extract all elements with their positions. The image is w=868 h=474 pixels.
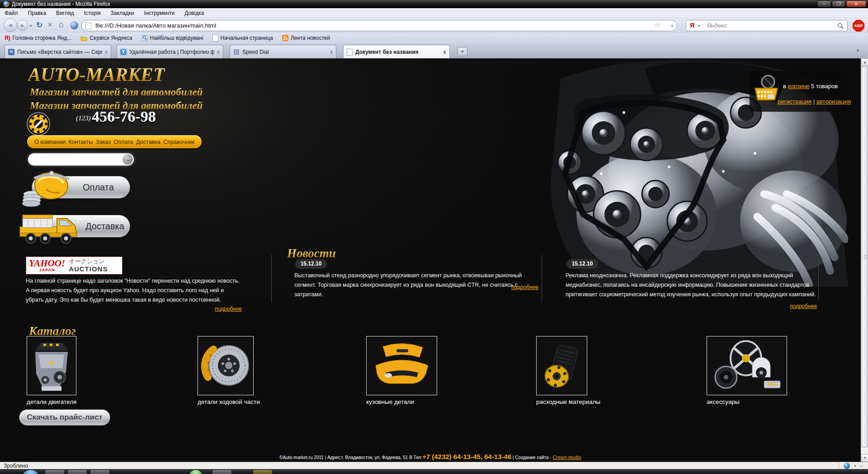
scroll-up-button[interactable]: ▲ <box>861 58 868 66</box>
resize-grip-icon[interactable]: – <box>859 463 863 469</box>
blank-page-icon <box>212 34 218 42</box>
bookmark-start-page[interactable]: Начальная страница <box>212 34 273 42</box>
creart-studio-link[interactable]: Creart-studio <box>552 455 581 460</box>
plugin-icon[interactable] <box>844 463 850 469</box>
catalog-label[interactable]: аксессуары <box>707 398 740 405</box>
bookmark-most-visited[interactable]: Найбільш відвідувані <box>142 35 203 41</box>
catalog-item-accessories[interactable] <box>707 336 787 395</box>
cart-separator: | <box>813 98 815 105</box>
taskbar-icon[interactable] <box>189 470 203 474</box>
tab-current-document[interactable]: Документ без названияx <box>343 45 450 58</box>
back-button[interactable]: ◄ <box>4 19 17 32</box>
taskbar-icon[interactable] <box>253 470 272 474</box>
basket-icon[interactable] <box>753 75 779 104</box>
menu-history[interactable]: Історія <box>84 10 100 16</box>
menu-tools[interactable]: Інструменти <box>144 10 175 16</box>
tab-mail[interactable]: ✉ Письмо «Верстка сайтов» — Серг...x <box>5 45 111 58</box>
catalog-item-consumables[interactable] <box>536 336 587 395</box>
windows-taskbar[interactable] <box>0 469 868 474</box>
bumper-image <box>370 339 434 393</box>
folder-icon <box>80 35 87 41</box>
nav-about[interactable]: О компании <box>34 139 66 145</box>
new-tab-button[interactable]: + <box>458 47 467 56</box>
menu-help[interactable]: Довідка <box>184 10 204 16</box>
register-link[interactable]: регистрация <box>778 98 811 105</box>
news-item-2-more-link[interactable]: подробнее <box>511 284 538 290</box>
url-dropdown-icon[interactable]: ▾ <box>671 24 673 28</box>
footer-phone: +7 (4232) 64-13-45, 64-13-46 <box>422 453 511 460</box>
forward-button[interactable]: ► <box>17 20 28 31</box>
scrollbar-thumb[interactable] <box>862 66 868 447</box>
search-placeholder[interactable]: Яндекс <box>707 22 726 29</box>
tab-close-icon[interactable]: x <box>217 49 220 55</box>
truck-icon <box>17 209 81 245</box>
menu-bookmarks[interactable]: Закладки <box>111 10 134 16</box>
minimize-button[interactable]: ─ <box>817 0 831 7</box>
nav-contacts[interactable]: Контакты <box>69 139 93 145</box>
status-text: Зроблено <box>4 463 28 469</box>
login-link[interactable]: авторизация <box>816 98 851 105</box>
bookmark-yandex-services[interactable]: Сервіси Яндекса <box>80 35 132 41</box>
home-button[interactable]: ⌂ <box>59 20 64 29</box>
bookmark-news-feed[interactable]: Лента новостей <box>282 35 330 41</box>
taskbar-icon[interactable] <box>212 470 231 474</box>
list-all-tabs-button[interactable]: ▼ <box>856 48 860 53</box>
taskbar-icon[interactable] <box>90 470 109 474</box>
search-engine-dropdown-icon[interactable]: ▾ <box>698 24 700 28</box>
nav-payment[interactable]: Оплата <box>113 139 133 145</box>
brake-disc-image <box>201 339 250 393</box>
cart-link[interactable]: корзине <box>788 83 810 90</box>
site-search-input[interactable]: → <box>28 153 134 166</box>
mail-favicon: ✉ <box>8 49 14 55</box>
url-bar[interactable]: file:///D:/Новая папка/Авто магазин/main… <box>81 20 677 31</box>
menu-edit[interactable]: Правка <box>28 10 47 16</box>
catalog-item-engine[interactable] <box>27 336 76 395</box>
globe-button[interactable] <box>70 21 78 29</box>
nav-reference[interactable]: Справочник <box>163 139 194 145</box>
nav-toolbar: ◄ ► ▾ ↻ × ⌂ file:///D:/Новая папка/Авто … <box>0 18 868 33</box>
tab-speed-dial[interactable]: Speed Dialx <box>230 45 336 58</box>
status-dropdown-icon[interactable]: ▾ <box>854 464 856 468</box>
taskbar-icon[interactable] <box>45 470 64 474</box>
catalog-label[interactable]: расходные материалы <box>536 398 600 405</box>
bookmark-star-icon[interactable]: ☆ <box>655 21 660 29</box>
site-logo: AUTO-MARKET <box>28 64 165 85</box>
tab-freelance[interactable]: Y Удалённая работа | Портфолио ф...x <box>117 45 223 58</box>
taskbar-icon[interactable] <box>68 470 87 474</box>
nav-order[interactable]: Заказ <box>96 139 111 145</box>
search-bar[interactable]: Я ▾ Яндекс <box>686 20 848 31</box>
refresh-button[interactable]: ↻ <box>36 20 42 30</box>
history-dropdown-icon[interactable]: ▾ <box>30 24 32 28</box>
tab-close-icon[interactable]: x <box>443 49 446 55</box>
search-go-button[interactable]: → <box>123 154 133 165</box>
download-pricelist-button[interactable]: Скачать прайс-лист <box>19 409 110 426</box>
news-item-3-more-link[interactable]: подробнее <box>790 303 817 309</box>
news-item-1-more-link[interactable]: подробнее <box>215 306 242 312</box>
catalog-label[interactable]: детали двигателя <box>27 398 76 405</box>
menu-view[interactable]: Вигляд <box>56 10 74 16</box>
catalog-label[interactable]: кузовные детали <box>366 398 414 405</box>
restore-button[interactable]: ❐ <box>832 0 845 7</box>
catalog-item-body[interactable] <box>366 336 437 395</box>
cart-panel: в корзине 5 товаров регистрация | автори… <box>750 71 847 112</box>
start-orb[interactable] <box>23 470 39 474</box>
nav-delivery[interactable]: Доставка <box>136 139 160 145</box>
menu-file[interactable]: Файл <box>5 10 18 16</box>
stop-button[interactable]: × <box>48 21 52 29</box>
yahoo-logo: YAHOO! <box>29 258 65 269</box>
tab-close-icon[interactable]: x <box>330 49 333 55</box>
bookmark-yandex-home[interactable]: Я)Головна сторінка Янд... <box>5 35 71 41</box>
catalog-label[interactable]: детали ходовой части <box>198 398 260 405</box>
page-viewport: в корзине 5 товаров регистрация | автори… <box>0 58 868 462</box>
adblock-plus-icon[interactable]: ABP <box>853 20 864 32</box>
close-button[interactable]: ✕ <box>846 0 866 7</box>
purse-icon <box>19 169 71 207</box>
page-scrollbar[interactable]: ▲ ▼ <box>861 58 868 462</box>
news-item-3-date: 15.12.10 <box>566 259 598 269</box>
url-text[interactable]: file:///D:/Новая папка/Авто магазин/main… <box>95 22 216 29</box>
tab-close-icon[interactable]: x <box>105 49 108 55</box>
magnifier-icon[interactable] <box>837 23 844 29</box>
scroll-down-button[interactable]: ▼ <box>861 454 868 462</box>
catalog-item-chassis[interactable] <box>198 336 254 395</box>
yahoo-auctions-banner[interactable]: YAHOO! JAPAN オークション AUCTIONS <box>26 256 123 275</box>
